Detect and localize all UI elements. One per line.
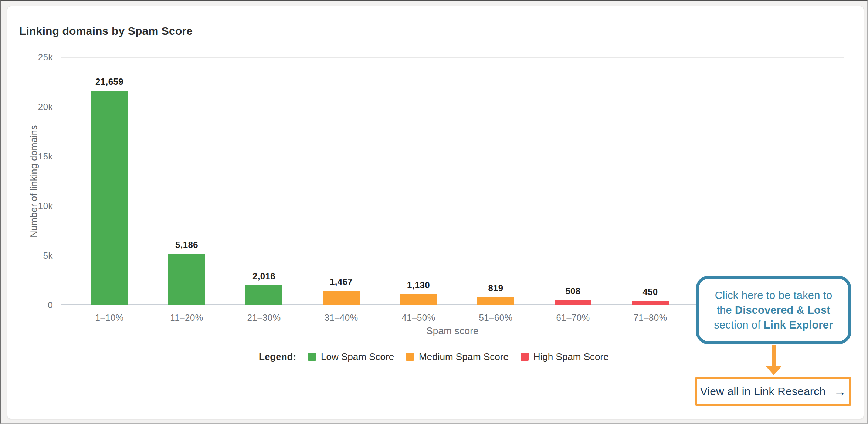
x-tick-label: 51–60% <box>457 313 535 323</box>
gridline <box>61 107 844 107</box>
bar-value-label: 450 <box>613 287 687 297</box>
bar-31–40% <box>323 291 360 305</box>
y-tick-label: 0 <box>16 300 53 310</box>
callout-line-1: Click here to be taken to <box>715 289 833 301</box>
callout-bold-discovered-lost: Discovered & Lost <box>735 304 830 316</box>
bar-value-label: 1,130 <box>382 280 455 290</box>
callout-text: Click here to be taken to the Discovered… <box>714 288 833 332</box>
legend-swatch-icon <box>406 353 414 361</box>
bar-11–20% <box>168 254 205 305</box>
callout-line-3: section of <box>714 319 763 331</box>
y-tick-label: 5k <box>16 250 53 261</box>
down-arrow-icon <box>766 366 782 375</box>
legend-swatch-icon <box>308 353 316 361</box>
bar-value-label: 508 <box>536 286 610 296</box>
page-background: { "card": { "title": "Linking domains by… <box>0 0 868 424</box>
legend-items: Low Spam ScoreMedium Spam ScoreHigh Spam… <box>308 351 609 363</box>
gridline <box>61 206 844 206</box>
gridline <box>61 57 844 58</box>
bar-value-label: 2,016 <box>227 271 301 282</box>
x-tick-label: 31–40% <box>303 313 380 323</box>
chart-legend: Legend: Low Spam ScoreMedium Spam ScoreH… <box>259 350 609 363</box>
legend-item-label: High Spam Score <box>533 351 609 363</box>
x-tick-label: 1–10% <box>71 313 148 323</box>
gridline <box>61 157 844 157</box>
bar-value-label: 1,467 <box>304 277 378 287</box>
legend-item-label: Low Spam Score <box>321 351 394 363</box>
callout-bubble: Click here to be taken to the Discovered… <box>696 276 851 344</box>
bar-value-label: 21,659 <box>72 77 146 87</box>
bar-41–50% <box>400 294 437 305</box>
legend-swatch-icon <box>521 353 529 361</box>
legend-item: Medium Spam Score <box>406 351 509 363</box>
x-axis-label: Spam score <box>426 325 479 337</box>
x-tick-label: 41–50% <box>380 313 457 323</box>
y-tick-label: 15k <box>16 151 53 162</box>
bar-1–10% <box>91 91 128 305</box>
bar-71–80% <box>632 301 669 305</box>
y-tick-label: 10k <box>16 201 53 211</box>
y-tick-label: 25k <box>16 52 53 63</box>
cta-label: View all in Link Research <box>700 385 826 398</box>
x-tick-label: 21–30% <box>226 313 303 323</box>
legend-item: High Spam Score <box>521 351 609 363</box>
bar-51–60% <box>477 297 514 305</box>
view-all-link-research-button[interactable]: View all in Link Research → <box>695 377 851 406</box>
legend-title: Legend: <box>259 351 296 363</box>
chart-title: Linking domains by Spam Score <box>19 25 193 37</box>
bar-value-label: 5,186 <box>150 240 224 250</box>
callout-bold-link-explorer: Link Explorer <box>764 319 833 331</box>
bar-value-label: 819 <box>459 283 533 293</box>
y-tick-label: 20k <box>16 102 53 112</box>
y-axis-tick-labels: 25k20k15k10k5k0 <box>16 57 57 305</box>
right-arrow-icon: → <box>834 385 846 398</box>
down-arrow-stem <box>772 345 776 366</box>
x-tick-label: 61–70% <box>535 313 612 323</box>
bar-61–70% <box>555 300 591 305</box>
callout-line-2: the <box>717 304 735 316</box>
bar-21–30% <box>245 285 282 305</box>
plot-area: 21,6591–10%5,18611–20%2,01621–30%1,46731… <box>61 57 844 305</box>
legend-item: Low Spam Score <box>308 351 394 363</box>
x-tick-label: 71–80% <box>612 313 689 323</box>
x-tick-label: 11–20% <box>148 313 226 323</box>
legend-item-label: Medium Spam Score <box>419 351 509 363</box>
